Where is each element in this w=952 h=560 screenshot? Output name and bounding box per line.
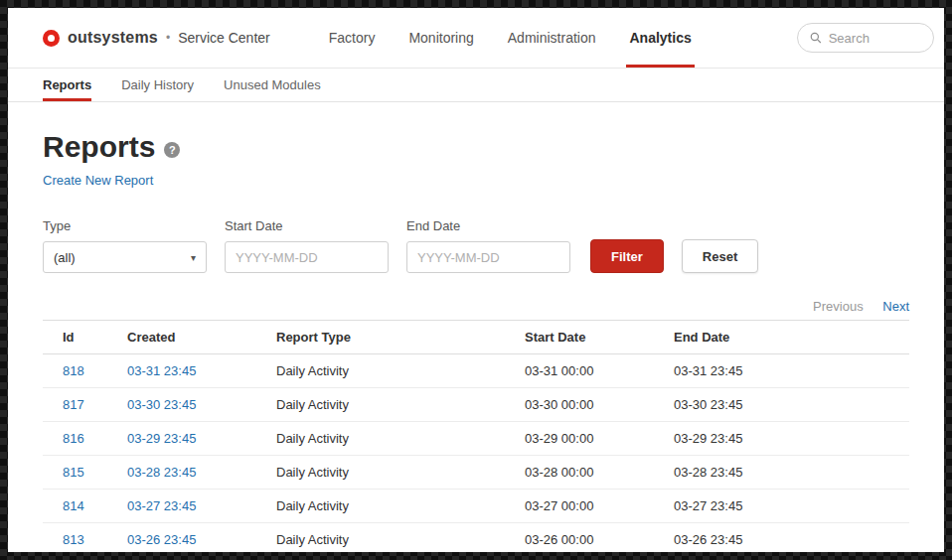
report-created-link[interactable]: 03-31 23:45: [127, 363, 196, 378]
search-box[interactable]: [797, 23, 934, 53]
report-type-cell: Daily Activity: [276, 456, 525, 490]
reports-table: Id Created Report Type Start Date End Da…: [43, 320, 909, 552]
filter-button[interactable]: Filter: [590, 239, 664, 273]
start-date-label: Start Date: [225, 218, 389, 233]
next-page-link[interactable]: Next: [882, 299, 909, 314]
table-row: 81803-31 23:45Daily Activity03-31 00:000…: [43, 354, 909, 388]
end-date-field-group: End Date: [406, 218, 570, 273]
start-date-field-group: Start Date: [225, 218, 389, 273]
tab-label: Unused Modules: [224, 77, 321, 92]
nav-item-label: Monitoring: [408, 30, 473, 46]
nav-item-administration[interactable]: Administration: [491, 8, 613, 68]
end-date-cell: 03-30 23:45: [674, 388, 909, 422]
chevron-down-icon: ▾: [191, 252, 196, 263]
report-created-cell: 03-31 23:45: [127, 354, 276, 388]
report-id-link[interactable]: 814: [63, 498, 84, 513]
reports-table-body: 81803-31 23:45Daily Activity03-31 00:000…: [43, 354, 909, 553]
report-created-cell: 03-29 23:45: [127, 422, 276, 456]
tab-reports[interactable]: Reports: [43, 69, 91, 101]
column-header-created: Created: [127, 321, 276, 354]
report-id-cell: 816: [43, 422, 127, 456]
type-field-group: Type (all) ▾: [43, 218, 207, 273]
report-id-cell: 818: [43, 354, 127, 388]
report-created-link[interactable]: 03-27 23:45: [127, 498, 196, 513]
table-row: 81303-26 23:45Daily Activity03-26 00:000…: [43, 523, 909, 553]
nav-item-factory[interactable]: Factory: [312, 8, 393, 68]
report-id-cell: 815: [43, 456, 127, 490]
end-date-input[interactable]: [406, 241, 570, 273]
outsystems-logo-icon: [43, 30, 60, 47]
table-row: 81503-28 23:45Daily Activity03-28 00:000…: [43, 456, 909, 490]
create-new-report-link[interactable]: Create New Report: [43, 173, 153, 188]
start-date-cell: 03-31 00:00: [525, 354, 674, 388]
report-type-cell: Daily Activity: [276, 523, 525, 553]
report-created-cell: 03-26 23:45: [127, 523, 276, 553]
end-date-cell: 03-28 23:45: [674, 456, 909, 490]
report-created-cell: 03-27 23:45: [127, 490, 276, 523]
brand-separator: •: [166, 31, 170, 45]
end-date-label: End Date: [406, 218, 570, 233]
report-created-link[interactable]: 03-26 23:45: [127, 532, 196, 547]
brand-suffix: Service Center: [178, 30, 270, 46]
service-center-page: outsystems • Service Center Factory Moni…: [8, 8, 944, 552]
column-header-id: Id: [43, 321, 127, 354]
report-id-cell: 817: [43, 388, 127, 422]
search-input[interactable]: [829, 31, 921, 46]
tab-daily-history[interactable]: Daily History: [121, 69, 194, 101]
end-date-cell: 03-31 23:45: [674, 354, 909, 388]
table-header-row: Id Created Report Type Start Date End Da…: [43, 321, 909, 354]
end-date-cell: 03-27 23:45: [674, 490, 909, 523]
report-created-link[interactable]: 03-30 23:45: [127, 397, 196, 412]
end-date-cell: 03-26 23:45: [674, 523, 909, 553]
report-id-cell: 814: [43, 490, 127, 523]
column-header-end-date: End Date: [674, 321, 909, 354]
report-id-link[interactable]: 818: [63, 363, 84, 378]
brand-name: outsystems: [68, 29, 158, 47]
start-date-input[interactable]: [225, 241, 389, 273]
report-id-link[interactable]: 817: [63, 397, 84, 412]
start-date-cell: 03-29 00:00: [525, 422, 674, 456]
report-id-link[interactable]: 815: [63, 465, 84, 480]
table-row: 81403-27 23:45Daily Activity03-27 00:000…: [43, 490, 909, 523]
start-date-cell: 03-30 00:00: [525, 388, 674, 422]
report-created-cell: 03-30 23:45: [127, 388, 276, 422]
page-title: Reports: [43, 130, 155, 164]
main-content: Reports ? Create New Report Type (all) ▾…: [8, 130, 944, 552]
end-date-cell: 03-29 23:45: [674, 422, 909, 456]
type-select[interactable]: (all) ▾: [43, 241, 207, 273]
report-created-link[interactable]: 03-29 23:45: [127, 431, 196, 446]
brand: outsystems • Service Center: [43, 8, 270, 68]
report-type-cell: Daily Activity: [276, 422, 525, 456]
table-row: 81703-30 23:45Daily Activity03-30 00:000…: [43, 388, 909, 422]
screenshot-frame: outsystems • Service Center Factory Moni…: [0, 0, 952, 560]
tab-label: Daily History: [121, 77, 194, 92]
start-date-cell: 03-26 00:00: [525, 523, 674, 553]
search-icon: [810, 31, 822, 45]
help-icon[interactable]: ?: [164, 142, 180, 158]
nav-item-monitoring[interactable]: Monitoring: [392, 8, 490, 68]
start-date-cell: 03-28 00:00: [525, 456, 674, 490]
report-id-link[interactable]: 813: [63, 532, 84, 547]
nav-item-label: Administration: [508, 30, 596, 46]
start-date-cell: 03-27 00:00: [525, 490, 674, 523]
nav-item-label: Analytics: [629, 30, 691, 46]
main-nav: Factory Monitoring Administration Analyt…: [312, 8, 709, 68]
filters-bar: Type (all) ▾ Start Date End Date Filter …: [43, 218, 909, 273]
nav-item-analytics[interactable]: Analytics: [612, 8, 708, 68]
tab-unused-modules[interactable]: Unused Modules: [224, 69, 321, 101]
column-header-report-type: Report Type: [276, 321, 525, 354]
report-id-link[interactable]: 816: [63, 431, 84, 446]
report-created-cell: 03-28 23:45: [127, 456, 276, 490]
top-header: outsystems • Service Center Factory Moni…: [8, 8, 944, 69]
column-header-start-date: Start Date: [525, 321, 674, 354]
tab-label: Reports: [43, 77, 91, 92]
pagination: Previous Next: [43, 299, 909, 314]
type-label: Type: [43, 218, 207, 233]
report-id-cell: 813: [43, 523, 127, 553]
report-type-cell: Daily Activity: [276, 354, 525, 388]
sub-tabs: Reports Daily History Unused Modules: [8, 69, 944, 102]
table-row: 81603-29 23:45Daily Activity03-29 00:000…: [43, 422, 909, 456]
previous-page-link[interactable]: Previous: [813, 299, 864, 314]
report-created-link[interactable]: 03-28 23:45: [127, 465, 196, 480]
reset-button[interactable]: Reset: [682, 239, 758, 273]
